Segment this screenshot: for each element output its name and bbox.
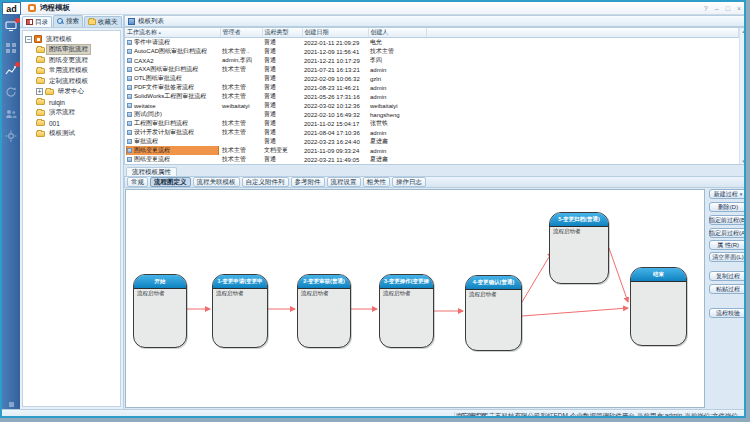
tree-item[interactable]: 定制流程模板	[23, 76, 120, 87]
table-cell: 夏进鑫	[368, 137, 426, 146]
flow-node[interactable]: 结束	[630, 267, 687, 346]
flow-node-participant: 流程启动者	[298, 289, 350, 298]
flow-node-participant: 流程启动者	[380, 289, 433, 298]
tree-expander-icon[interactable]: −	[25, 36, 32, 43]
table-row[interactable]: PDF文件审批签署流程技术主管普通2021-08-23 11:46:21admi…	[125, 83, 739, 92]
table-cell: 2022-02-10 16:49:32	[302, 110, 368, 119]
window-control-1[interactable]: –	[715, 5, 719, 12]
flow-button-1[interactable]: 删除(D)	[709, 202, 746, 212]
flow-button-6[interactable]: 复制过程	[709, 271, 746, 281]
tab-2[interactable]: 流程关联模板	[193, 177, 240, 188]
column-header-2[interactable]: 流程类型	[262, 28, 302, 38]
tab-5[interactable]: 流程设置	[327, 177, 361, 188]
tab-3[interactable]: 自定义附件列	[242, 177, 289, 188]
tab-7[interactable]: 操作日志	[392, 177, 426, 188]
tab-1[interactable]: 流程图定义	[150, 177, 191, 188]
flow-button-5[interactable]: 清空界面(L)	[709, 252, 746, 262]
workflow-name-cell: CAXA图纸审批归档流程	[125, 65, 220, 74]
column-header-0[interactable]: 工作流名称 ▴	[125, 28, 220, 38]
refresh-icon[interactable]	[5, 86, 17, 98]
flow-node[interactable]: 2-变更审核(普通)流程启动者	[297, 274, 351, 348]
table-row[interactable]: AutoCAD图纸审批归档流程技术主管..普通2021-12-09 11:56:…	[125, 47, 739, 56]
flow-node-title: 2-变更审核(普通)	[298, 275, 350, 289]
table-row[interactable]: weitaixeweibaitaiyi普通2022-03-02 10:12:36…	[125, 101, 739, 110]
table-row[interactable]: CAXA图纸审批归档流程技术主管普通2021-07-21 16:13:21adm…	[125, 65, 739, 74]
flow-edge	[609, 248, 628, 302]
properties-header-label: 流程模板属性	[126, 167, 177, 177]
tab-4[interactable]: 参考附件	[291, 177, 325, 188]
tree-expander-icon[interactable]: +	[36, 88, 43, 95]
sidebar: 目录搜索收藏夹 −流程模板图纸审批流程图纸变更流程常用流程模板定制流程模板+研发…	[20, 15, 124, 409]
flow-diagram-panel: 开始流程启动者1-变更申请(变更申流程启动者2-变更审核(普通)流程启动者3-变…	[124, 188, 746, 409]
folder-icon	[36, 99, 45, 105]
table-row[interactable]: 图纸变更流程技术主管文档变更2021-11-09 09:33:24admin	[125, 146, 739, 155]
table-row[interactable]: CAXA2admin,李四普通2021-12-21 10:17:29李四	[125, 56, 739, 65]
flow-canvas[interactable]: 开始流程启动者1-变更申请(变更申流程启动者2-变更审核(普通)流程启动者3-变…	[125, 189, 705, 408]
gear-icon[interactable]	[5, 130, 17, 142]
flow-node[interactable]: 开始流程启动者	[133, 274, 187, 348]
app-icon	[28, 4, 36, 12]
tab-0[interactable]: 常规	[127, 177, 148, 188]
table-cell: 技术主管	[220, 65, 262, 74]
flow-button-2[interactable]: 指定前过程(B)	[709, 215, 746, 225]
table-cell: 文档变更	[262, 146, 302, 155]
table-row[interactable]: SolidWorks工程图审批流程技术主管普通2021-05-26 17:31:…	[125, 92, 739, 101]
tree-item[interactable]: 001	[23, 118, 120, 129]
folder-icon	[36, 57, 45, 63]
tree-item[interactable]: +研发中心	[23, 87, 120, 98]
tree-item[interactable]: 常用流程模板	[23, 66, 120, 77]
flow-button-0[interactable]: 新建过程▾	[709, 189, 746, 199]
flow-node[interactable]: 4-变更确认(普通)流程启动者	[465, 275, 522, 351]
chart-icon[interactable]	[5, 64, 17, 76]
tree-item[interactable]: 图纸变更流程	[23, 55, 120, 66]
table-cell: admin	[368, 92, 426, 101]
monitor-icon[interactable]	[5, 20, 17, 32]
collapse-icon[interactable]	[2, 402, 20, 407]
sidebar-tab-1[interactable]: 搜索	[53, 15, 83, 27]
tab-6[interactable]: 相关性	[363, 177, 391, 188]
tree-item[interactable]: 图纸审批流程	[23, 45, 120, 56]
window-control-3[interactable]: ×	[737, 5, 741, 12]
table-cell: 普通	[262, 38, 302, 48]
table-row[interactable]: 设计开发计划审批流程技术主管普通2021-08-04 17:10:36admin	[125, 128, 739, 137]
flow-button-7[interactable]: 粘贴过程	[709, 284, 746, 294]
flow-button-label: 指定后过程(A)	[709, 230, 746, 236]
table-cell: admin	[368, 83, 426, 92]
users-icon[interactable]	[5, 108, 17, 120]
tree-item-label: 常用流程模板	[47, 66, 90, 75]
flow-node[interactable]: 1-变更申请(变更申流程启动者	[212, 274, 268, 348]
table-row[interactable]: OTL图纸审批流程普通2022-02-09 10:06:32gzlri	[125, 74, 739, 83]
catalog-icon	[26, 19, 33, 25]
tree-item[interactable]: ruiqin	[23, 97, 120, 108]
column-header-1[interactable]: 管理者	[220, 28, 262, 38]
table-scrollbar[interactable]: ▴▾	[739, 28, 746, 164]
table-row[interactable]: 图纸变更流程技术主管普通2022-03-21 11:49:05夏进鑫	[125, 155, 739, 164]
tree-item[interactable]: 演示流程	[23, 108, 120, 119]
sidebar-tab-2[interactable]: 收藏夹	[84, 16, 122, 28]
tree-item-label: 模板测试	[47, 129, 77, 138]
sidebar-tab-0[interactable]: 目录	[22, 16, 52, 28]
resize-grip[interactable]	[741, 413, 746, 418]
flow-button-8[interactable]: 流程校验	[709, 308, 746, 318]
flow-node[interactable]: 5-变更归档(普通)流程启动者	[549, 212, 609, 284]
table-row[interactable]: 工程图审批归档流程技术主管普通2021-11-02 15:04:17张世铁	[125, 119, 739, 128]
table-cell	[220, 110, 262, 119]
table-row[interactable]: 测试(同步)普通2022-02-10 16:49:32hangsheng	[125, 110, 739, 119]
table-cell: 电光	[368, 38, 426, 48]
table-row[interactable]: 零件申请流程普通2022-01-11 21:09:29电光	[125, 38, 739, 48]
tree-item[interactable]: 模板测试	[23, 129, 120, 140]
apps-icon[interactable]	[5, 42, 17, 54]
workflow-name-cell: 零件申请流程	[125, 38, 220, 48]
workflow-name-cell: 测试(同步)	[125, 110, 220, 119]
workflow-icon	[127, 139, 132, 144]
flow-button-4[interactable]: 属 性(R)	[709, 240, 746, 250]
brand-logo: ad	[2, 2, 21, 15]
column-header-4[interactable]: 创建人	[368, 28, 426, 38]
tree-item[interactable]: −流程模板	[23, 34, 120, 45]
window-control-2[interactable]: □	[726, 5, 730, 12]
column-header-3[interactable]: 创建日期	[302, 28, 368, 38]
table-row[interactable]: 审批流程普通2022-03-23 16:24:40夏进鑫	[125, 137, 739, 146]
flow-button-3[interactable]: 指定后过程(A)	[709, 228, 746, 238]
flow-node[interactable]: 3-变更操作(变更操流程启动者	[379, 274, 434, 348]
window-control-0[interactable]: ?	[704, 5, 708, 12]
